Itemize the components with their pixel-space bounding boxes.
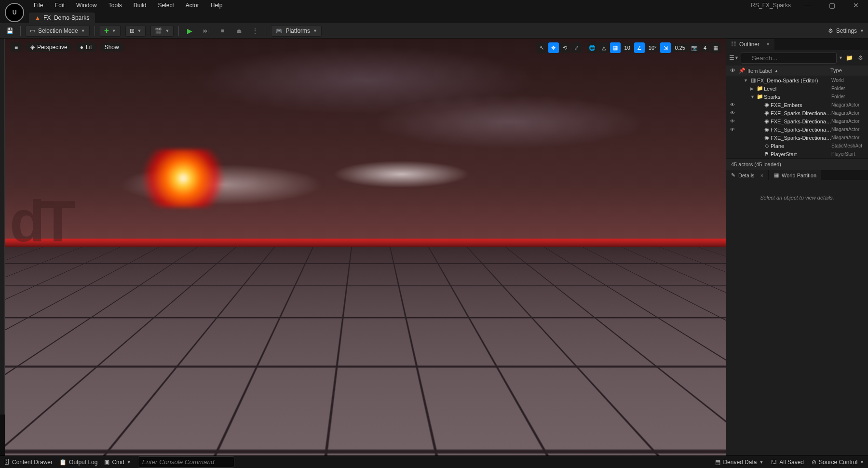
menu-select[interactable]: Select [153, 0, 178, 11]
menu-build[interactable]: Build [129, 0, 151, 11]
item-label-column[interactable]: Item Label▲ [747, 67, 830, 74]
eject-button[interactable]: ⏏ [233, 25, 244, 37]
expand-arrow[interactable]: ▶ [750, 86, 756, 91]
close-button[interactable]: ✕ [849, 1, 863, 9]
cmd-button[interactable]: ▣Cmd▼ [104, 459, 131, 466]
outliner-row[interactable]: ▶📁LevelFolder [726, 84, 868, 93]
play-button[interactable]: ▶ [184, 25, 195, 37]
step-button[interactable]: ⏭ [200, 25, 212, 37]
unreal-logo[interactable]: U [5, 3, 24, 22]
camera-speed-button[interactable]: 📷 [689, 42, 700, 53]
selection-mode-button[interactable]: ▭ Selection Mode ▼ [26, 25, 90, 37]
save-icon: 🖫 [771, 459, 777, 466]
translate-tool[interactable]: ✥ [548, 42, 559, 53]
outliner-row[interactable]: 👁◉FXE_Sparks-Directional-FouNiagaraActor [726, 109, 868, 117]
visibility-toggle[interactable]: 👁 [728, 110, 737, 116]
item-label: Plane [771, 143, 831, 149]
outliner-row[interactable]: 👁◉FXE_Sparks-Directional-LonNiagaraActor [726, 117, 868, 125]
play-options-button[interactable]: ⋮ [249, 25, 261, 37]
surface-snap-button[interactable]: ◬ [598, 42, 609, 53]
close-icon[interactable]: × [766, 41, 770, 48]
outliner-header: 👁 📌 Item Label▲ Type [726, 66, 868, 76]
outliner-settings-button[interactable]: ⚙ [856, 52, 865, 64]
outliner-row[interactable]: 👁◉FXE_Sparks-Directional-MecNiagaraActor [726, 125, 868, 134]
outliner-row[interactable]: ◉FXE_Sparks-Directional-ShoNiagaraActor [726, 134, 868, 142]
camera-speed-value[interactable]: 4 [701, 43, 709, 52]
grid-snap-value[interactable]: 10 [622, 43, 633, 52]
visibility-column-icon[interactable]: 👁 [730, 67, 739, 74]
outliner-row[interactable]: ◇PlaneStaticMeshAct [726, 142, 868, 150]
save-button[interactable]: 💾 [4, 25, 15, 37]
blueprint-button[interactable]: ⊞▼ [125, 25, 146, 37]
show-button[interactable]: Show [100, 42, 124, 52]
stop-button[interactable]: ■ [217, 25, 228, 37]
angle-snap-value[interactable]: 10° [646, 43, 660, 52]
outliner-row[interactable]: ▼📁SparksFolder [726, 93, 868, 101]
scale-snap-button[interactable]: ⇲ [660, 42, 671, 53]
scale-tool[interactable]: ⤢ [571, 42, 582, 53]
outliner-row[interactable]: ⚑PlayerStartPlayerStart [726, 150, 868, 158]
angle-snap-button[interactable]: ∠ [634, 42, 645, 53]
pin-column-icon[interactable]: 📌 [739, 67, 747, 74]
viewport-layout-button[interactable]: ▦ [710, 42, 721, 53]
expand-arrow[interactable]: ▼ [750, 94, 756, 99]
world-partition-tab[interactable]: ▦ World Partition [769, 170, 821, 180]
derived-data-button[interactable]: ▤Derived Data▼ [715, 459, 763, 466]
details-body: Select an object to view details. [726, 180, 868, 455]
menu-edit[interactable]: Edit [50, 0, 69, 11]
platforms-button[interactable]: 🎮 Platforms ▼ [271, 25, 322, 37]
cinematics-button[interactable]: 🎬▼ [150, 25, 174, 37]
viewport[interactable]: dT ≡ ◈Perspective ●Lit Show ↖ ✥ ⟲ ⤢ 🌐 ◬ … [5, 39, 726, 455]
all-saved-button[interactable]: 🖫All Saved [771, 459, 804, 466]
outliner-tab[interactable]: ☷ Outliner × [726, 39, 774, 50]
settings-label[interactable]: Settings [836, 27, 857, 34]
filter-button[interactable]: ☰▼ [729, 52, 739, 64]
source-control-button[interactable]: ⊘Source Control▼ [812, 459, 864, 466]
chevron-down-icon: ▼ [860, 28, 864, 33]
grid-snap-button[interactable]: ▦ [610, 42, 621, 53]
output-log-button[interactable]: 📋Output Log [59, 459, 97, 466]
item-type: PlayerStart [831, 151, 866, 157]
type-column[interactable]: Type [830, 67, 864, 74]
item-icon: 📁 [756, 94, 764, 100]
platforms-icon: 🎮 [275, 27, 283, 34]
minimize-button[interactable]: ― [800, 1, 815, 9]
lit-button[interactable]: ●Lit [75, 42, 97, 52]
outliner-tabbar: ☷ Outliner × [726, 39, 868, 50]
outliner-row[interactable]: 👁◉FXE_EmbersNiagaraActor [726, 101, 868, 109]
data-icon: ▤ [715, 459, 720, 466]
sidebar-handle[interactable] [0, 39, 5, 415]
menu-help[interactable]: Help [206, 0, 228, 11]
menu-actor[interactable]: Actor [181, 0, 204, 11]
visibility-toggle[interactable]: 👁 [728, 102, 737, 107]
item-icon: ⚑ [763, 151, 771, 157]
selection-mode-label: Selection Mode [38, 27, 78, 34]
content-drawer-button[interactable]: 🗄Content Drawer [4, 459, 53, 466]
menu-tools[interactable]: Tools [104, 0, 127, 11]
visibility-toggle[interactable]: 👁 [728, 119, 737, 124]
chevron-down-icon[interactable]: ▼ [839, 55, 843, 60]
scale-snap-value[interactable]: 0.25 [672, 43, 688, 52]
perspective-button[interactable]: ◈Perspective [26, 42, 72, 52]
viewport-menu-button[interactable]: ≡ [10, 42, 23, 52]
menu-window[interactable]: Window [71, 0, 102, 11]
coord-space-button[interactable]: 🌐 [587, 42, 597, 53]
maximize-button[interactable]: ▢ [825, 1, 839, 9]
outliner-row[interactable]: ▼▥FX_Demo-Sparks (Editor)World [726, 76, 868, 84]
add-folder-button[interactable]: 📁 [845, 52, 854, 64]
add-content-button[interactable]: ✚▼ [100, 25, 121, 37]
details-tab[interactable]: ✎ Details × [726, 170, 768, 180]
select-tool[interactable]: ↖ [537, 42, 547, 53]
visibility-toggle[interactable]: 👁 [728, 127, 737, 132]
close-icon[interactable]: × [760, 173, 763, 178]
menu-file[interactable]: File [29, 0, 48, 11]
rotate-tool[interactable]: ⟲ [560, 42, 570, 53]
item-label: FXE_Sparks-Directional-Fou [771, 110, 831, 116]
separator [20, 26, 21, 36]
outliner-tree[interactable]: ▼▥FX_Demo-Sparks (Editor)World▶📁LevelFol… [726, 76, 868, 158]
outliner-search-input[interactable] [741, 53, 837, 64]
console-input[interactable] [138, 456, 234, 468]
level-icon: ▲ [35, 14, 41, 21]
level-tab[interactable]: ▲ FX_Demo-Sparks [29, 13, 95, 23]
expand-arrow[interactable]: ▼ [744, 78, 749, 83]
